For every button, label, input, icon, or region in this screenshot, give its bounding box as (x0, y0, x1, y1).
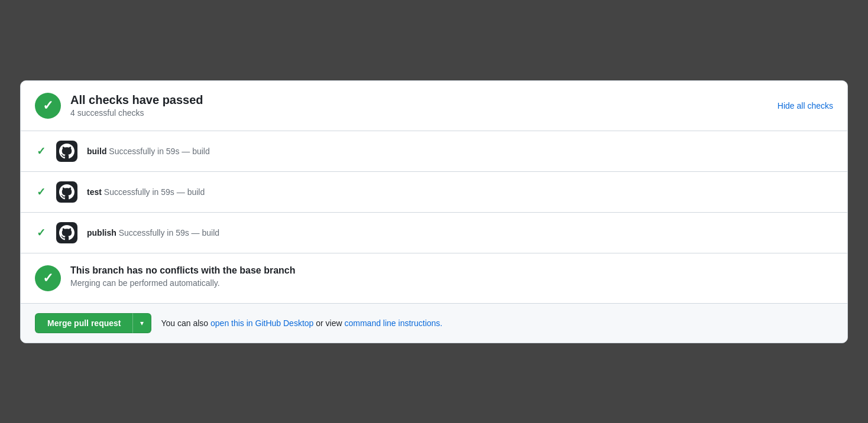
checks-card: ✓ All checks have passed 4 successful ch… (20, 80, 848, 343)
check-desc-test: Successfully in 59s — build (104, 187, 205, 197)
merge-button-group: Merge pull request ▾ (35, 313, 151, 333)
check-row-build: ✓ build Successfully in 59s — build (21, 131, 847, 171)
checks-list: ✓ build Successfully in 59s — build ✓ te… (21, 131, 847, 253)
check-desc-publish: Successfully in 59s — build (119, 228, 219, 237)
footer-text-middle: or view (316, 318, 344, 328)
check-row-publish: ✓ publish Successfully in 59s — build (21, 212, 847, 253)
branch-checkmark-icon: ✓ (43, 272, 53, 285)
branch-subtitle: Merging can be performed automatically. (70, 278, 296, 288)
github-logo-test (56, 181, 77, 203)
merge-dropdown-button[interactable]: ▾ (132, 313, 151, 333)
check-label-test: test Successfully in 59s — build (87, 187, 205, 197)
header-left: ✓ All checks have passed 4 successful ch… (35, 93, 203, 119)
branch-text: This branch has no conflicts with the ba… (70, 265, 296, 288)
check-row-test: ✓ test Successfully in 59s — build (21, 171, 847, 212)
open-github-desktop-link[interactable]: open this in GitHub Desktop (210, 318, 313, 328)
github-logo-build (56, 141, 77, 162)
check-pass-icon-test: ✓ (35, 186, 47, 199)
header-title: All checks have passed (70, 93, 203, 107)
check-pass-icon-publish: ✓ (35, 226, 47, 239)
branch-success-icon: ✓ (35, 265, 61, 291)
success-icon-circle: ✓ (35, 93, 61, 119)
merge-pull-request-button[interactable]: Merge pull request (35, 313, 132, 333)
card-header: ✓ All checks have passed 4 successful ch… (21, 81, 847, 131)
header-text: All checks have passed 4 successful chec… (70, 93, 203, 118)
check-name-publish: publish (87, 228, 116, 237)
header-subtitle: 4 successful checks (70, 108, 203, 118)
check-label-build: build Successfully in 59s — build (87, 147, 210, 156)
branch-section: ✓ This branch has no conflicts with the … (21, 253, 847, 303)
check-desc-build: Successfully in 59s — build (109, 147, 209, 156)
check-pass-icon-build: ✓ (35, 145, 47, 158)
hide-all-checks-link[interactable]: Hide all checks (778, 101, 833, 110)
footer-text-before: You can also (161, 318, 210, 328)
footer-text: You can also open this in GitHub Desktop… (161, 318, 442, 328)
check-label-publish: publish Successfully in 59s — build (87, 228, 219, 237)
branch-title: This branch has no conflicts with the ba… (70, 265, 296, 276)
merge-arrow-icon: ▾ (140, 319, 144, 327)
card-footer: Merge pull request ▾ You can also open t… (21, 303, 847, 343)
check-name-test: test (87, 187, 102, 197)
check-name-build: build (87, 147, 106, 156)
checkmark-icon: ✓ (43, 99, 53, 112)
github-logo-publish (56, 222, 77, 243)
command-line-instructions-link[interactable]: command line instructions. (344, 318, 442, 328)
